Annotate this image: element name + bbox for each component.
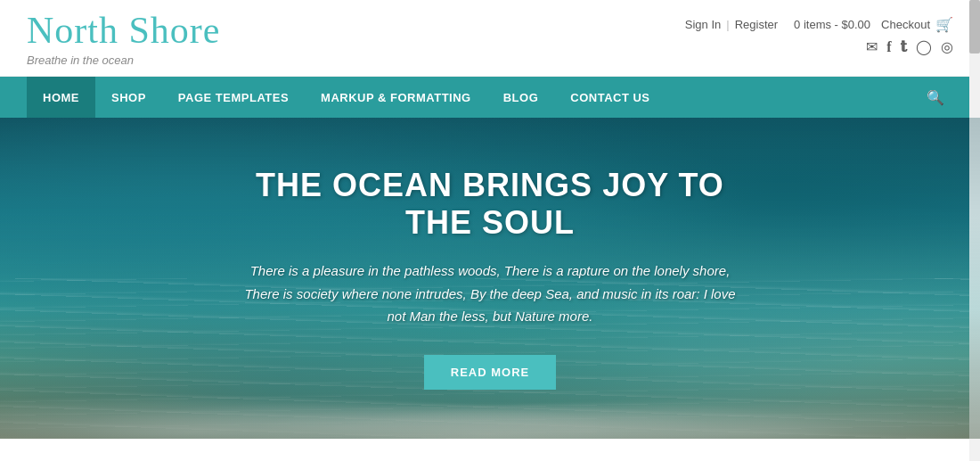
nav-item-markup-formatting[interactable]: MARKUP & FORMATTING	[305, 77, 487, 118]
hero-content: THE OCEAN BRINGS JOY TO THE SOUL There i…	[223, 149, 757, 407]
email-icon[interactable]: ✉	[866, 38, 878, 55]
facebook-icon[interactable]: f	[886, 39, 891, 55]
cart-info: 0 items - $0.00	[794, 18, 870, 31]
register-link[interactable]: Register	[735, 18, 778, 31]
hero-title: THE OCEAN BRINGS JOY TO THE SOUL	[241, 167, 739, 242]
divider: |	[726, 18, 729, 31]
logo-area: North Shore Breathe in the ocean	[27, 9, 220, 67]
header-right: Sign In | Register 0 items - $0.00 Check…	[685, 9, 953, 55]
scrollbar-thumb[interactable]	[969, 0, 980, 54]
header-top-row: Sign In | Register 0 items - $0.00 Check…	[685, 16, 953, 33]
navbar: HOME SHOP PAGE TEMPLATES MARKUP & FORMAT…	[0, 77, 980, 118]
tripadvisor-icon[interactable]: ◎	[941, 38, 953, 55]
sign-in-link[interactable]: Sign In	[685, 18, 721, 31]
hero-section: THE OCEAN BRINGS JOY TO THE SOUL There i…	[0, 118, 980, 439]
nav-item-shop[interactable]: SHOP	[95, 77, 162, 118]
nav-item-home[interactable]: HOME	[27, 77, 95, 118]
instagram-icon[interactable]: ◯	[916, 38, 932, 55]
nav-item-blog[interactable]: BLOG	[487, 77, 555, 118]
nav-item-contact-us[interactable]: CONTACT US	[554, 77, 666, 118]
logo-subtitle: Breathe in the ocean	[27, 54, 220, 67]
hero-text: There is a pleasure in the pathless wood…	[241, 259, 739, 328]
logo-title[interactable]: North Shore	[27, 9, 220, 52]
twitter-icon[interactable]: 𝕥	[901, 38, 907, 55]
header: North Shore Breathe in the ocean Sign In…	[0, 0, 980, 77]
cart-icon: 🛒	[935, 16, 953, 33]
nav-item-page-templates[interactable]: PAGE TEMPLATES	[162, 77, 305, 118]
checkout-link[interactable]: Checkout	[881, 18, 930, 31]
search-icon[interactable]: 🔍	[918, 89, 953, 106]
read-more-button[interactable]: READ MORE	[424, 355, 556, 390]
social-icons: ✉ f 𝕥 ◯ ◎	[866, 38, 953, 55]
